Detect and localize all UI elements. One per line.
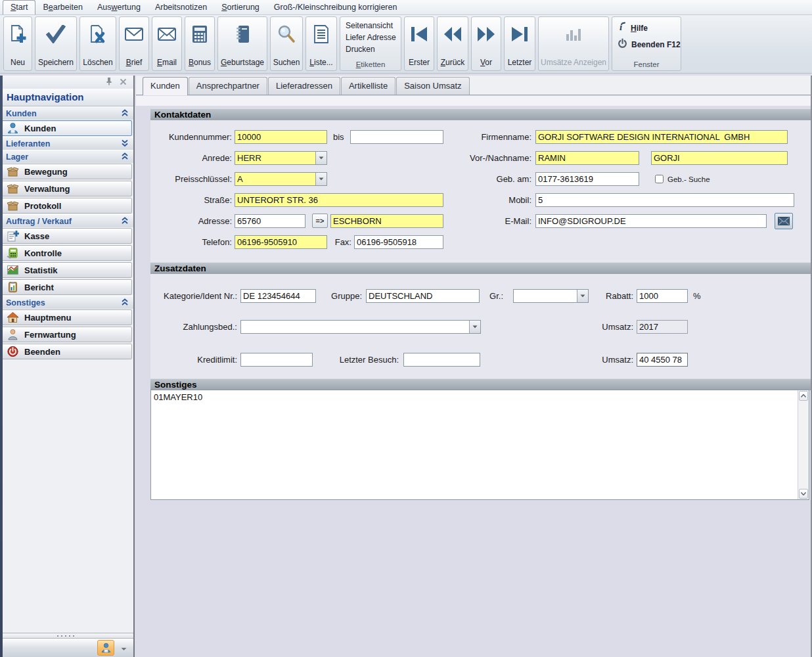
email-button[interactable]: Email	[152, 16, 182, 71]
preisschluessel-combobox[interactable]: A	[235, 172, 327, 186]
dropdown-arrow-icon[interactable]	[577, 290, 588, 302]
anrede-combobox[interactable]: HERR	[235, 151, 327, 165]
letzter-besuch-input[interactable]	[403, 353, 480, 367]
bonus-button[interactable]: Bonus	[185, 16, 215, 71]
brief-button[interactable]: Brief	[119, 16, 149, 71]
sidebar-item-hauptmenu[interactable]: Hauptmenu	[1, 309, 132, 325]
letzter-button[interactable]: Letzter	[504, 16, 535, 71]
beenden-f12-button[interactable]: Beenden F12	[616, 36, 677, 53]
mobil-input[interactable]	[535, 193, 794, 207]
erster-button[interactable]: Erster	[404, 16, 434, 71]
statistics-chart-icon	[6, 264, 19, 276]
sidebar-group-sonstiges[interactable]: Sonstiges	[0, 296, 133, 309]
sidebar-splitter-handle[interactable]	[0, 633, 133, 639]
dropdown-arrow-icon[interactable]	[315, 152, 327, 164]
group-header-label: Lieferanten	[6, 139, 121, 148]
gr-combobox[interactable]	[513, 289, 589, 303]
sonstiges-textarea[interactable]: 01MAYER10	[150, 390, 809, 500]
vorname-input[interactable]	[535, 151, 639, 165]
suchen-button[interactable]: Suchen	[270, 16, 303, 71]
menu-tab-sortierung[interactable]: Sortierung	[214, 1, 267, 14]
menu-tab-arbeitsnotizen[interactable]: Arbeitsnotizen	[148, 1, 214, 14]
telefon-input[interactable]	[235, 235, 327, 249]
umsatz-jahr-input[interactable]	[637, 320, 688, 334]
kundennummer-bis-input[interactable]	[350, 130, 443, 144]
tab-ansprechpartner[interactable]: Ansprechpartner	[189, 77, 267, 95]
section-header-zusatzdaten: Zusatzdaten	[150, 262, 811, 274]
menu-tab-gross-klein[interactable]: Groß-/Kleinschreibung korrigieren	[267, 1, 405, 14]
vertical-scrollbar[interactable]	[798, 390, 809, 499]
menu-tab-start[interactable]: Start	[3, 0, 35, 14]
kreditlimit-input[interactable]	[240, 353, 313, 367]
sidebar-item-kontrolle[interactable]: Kontrolle	[1, 245, 132, 261]
receipt-plus-icon	[6, 230, 19, 242]
seitenansicht-button[interactable]: Seitenansicht	[344, 20, 397, 32]
geb-suche-checkbox[interactable]	[655, 175, 664, 183]
dropdown-arrow-icon[interactable]	[469, 321, 480, 333]
telefon-label: Telefon:	[150, 235, 232, 249]
nachname-input[interactable]	[651, 151, 788, 165]
sidebar-item-kasse[interactable]: Kasse	[1, 228, 132, 244]
tab-artikelliste[interactable]: Artikelliste	[341, 77, 395, 95]
loeschen-button[interactable]: Löschen	[79, 16, 116, 71]
sidebar-item-protokoll[interactable]: Protokoll	[1, 198, 132, 214]
sidebar-group-lieferanten[interactable]: Lieferanten	[0, 137, 133, 150]
firmenname-input[interactable]	[535, 130, 788, 144]
neu-button[interactable]: Neu	[3, 16, 32, 71]
kundennummer-input[interactable]	[235, 130, 327, 144]
menu-tab-bearbeiten[interactable]: Bearbeiten	[35, 1, 89, 14]
app-window: Start Bearbeiten Auswertung Arbeitsnotiz…	[0, 0, 812, 657]
sidebar-item-statistik[interactable]: Statistik	[1, 262, 132, 278]
geb-suche-label: Geb.- Suche	[667, 175, 710, 184]
dropdown-arrow-icon[interactable]	[315, 173, 327, 185]
tab-kunden[interactable]: Kunden	[143, 77, 188, 95]
sidebar-item-verwaltung[interactable]: Verwaltung	[1, 181, 132, 196]
sidebar-group-lager[interactable]: Lager	[0, 150, 133, 163]
tab-lieferadressen[interactable]: Lieferadressen	[268, 77, 340, 95]
sidebar-item-fernwartung[interactable]: Fernwartung	[1, 327, 132, 342]
menu-tab-auswertung[interactable]: Auswertung	[90, 1, 148, 14]
close-icon[interactable]	[120, 78, 127, 87]
info-icon: i	[618, 22, 627, 34]
liefer-adresse-button[interactable]: Liefer Adresse	[344, 32, 397, 43]
ribbon-button-label: Beenden F12	[631, 40, 681, 49]
sidebar-item-label: Bericht	[24, 283, 54, 292]
rabatt-input[interactable]	[637, 289, 688, 303]
hilfe-button[interactable]: i Hilfe	[616, 20, 677, 36]
sidebar-group-kunden[interactable]: Kunden	[0, 106, 133, 120]
geburtstage-button[interactable]: Geburtstage	[217, 16, 267, 71]
zurueck-button[interactable]: Zurück	[437, 16, 468, 71]
geb-am-input[interactable]	[535, 172, 639, 186]
pin-icon[interactable]	[105, 77, 113, 87]
sidebar-item-bericht[interactable]: Bericht	[1, 279, 132, 295]
sidebar-item-bewegung[interactable]: Bewegung	[1, 164, 132, 179]
plz-input[interactable]	[235, 214, 305, 228]
vor-button[interactable]: Vor	[471, 16, 501, 71]
email-input[interactable]	[535, 214, 767, 228]
tab-saison-umsatz[interactable]: Saison Umsatz	[396, 77, 469, 95]
send-email-button[interactable]	[775, 213, 793, 229]
drucken-button[interactable]: Drucken	[344, 43, 397, 55]
sidebar-item-label: Bewegung	[24, 167, 68, 177]
sidebar-group-auftrag-verkauf[interactable]: Auftrag / Verkauf	[0, 214, 133, 227]
scroll-up-button[interactable]	[799, 391, 808, 401]
ort-input[interactable]	[330, 214, 443, 228]
liste-button[interactable]: Liste...	[305, 16, 337, 71]
kategorie-ident-input[interactable]	[240, 289, 316, 303]
scroll-down-button[interactable]	[799, 489, 808, 499]
speichern-button[interactable]: Speichern	[35, 16, 77, 71]
sidebar-item-beenden[interactable]: Beenden	[1, 344, 132, 359]
umsatz-betrag-input[interactable]	[637, 353, 688, 367]
plz-ort-lookup-button[interactable]: =>	[312, 214, 328, 228]
fax-input[interactable]	[354, 235, 443, 249]
strasse-input[interactable]	[235, 193, 443, 207]
gruppe-input[interactable]	[366, 289, 480, 303]
previous-record-icon	[443, 22, 462, 46]
sidebar-item-kunden[interactable]: Kunden	[1, 120, 132, 136]
section-header-sonstiges: Sonstiges	[150, 378, 811, 390]
chevron-double-down-icon	[121, 139, 129, 149]
navigation-person-button[interactable]	[97, 640, 114, 656]
zahlungsbed-combobox[interactable]	[240, 320, 481, 334]
sidebar-bottom-bar	[0, 639, 133, 657]
chevron-down-icon[interactable]	[121, 643, 127, 653]
